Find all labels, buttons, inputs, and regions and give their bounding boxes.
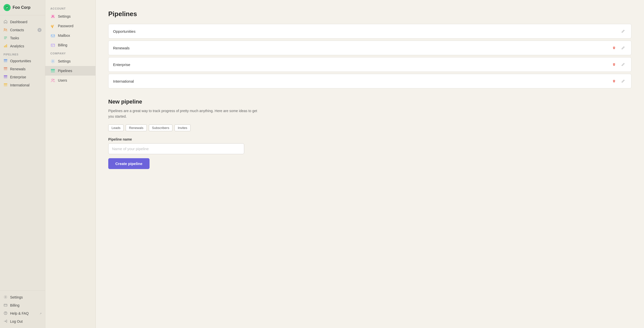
middle-item-pipelines[interactable]: Pipelines	[45, 66, 95, 76]
sidebar-item-settings[interactable]: Settings	[0, 293, 45, 301]
svg-rect-19	[4, 85, 7, 85]
svg-rect-15	[4, 75, 7, 76]
delete-international-button[interactable]	[611, 78, 618, 85]
sidebar-item-opportunities[interactable]: Opportunities	[0, 57, 45, 65]
company-settings-icon	[50, 59, 55, 64]
pipeline-tags-row: Leads Renewals Subscribers Invites	[108, 124, 631, 131]
billing-label: Billing	[10, 303, 19, 307]
svg-rect-6	[4, 46, 5, 47]
logout-icon	[4, 319, 8, 324]
password-icon	[50, 23, 55, 28]
contacts-add-btn[interactable]: +	[38, 28, 42, 32]
international-label: International	[10, 83, 29, 87]
tag-leads[interactable]: Leads	[108, 124, 124, 131]
middle-item-company-settings[interactable]: Settings	[45, 56, 95, 66]
edit-renewals-button[interactable]	[620, 44, 627, 51]
external-link-icon: ↗	[40, 312, 42, 315]
billing-mid-label: Billing	[58, 43, 67, 47]
sidebar-item-tasks[interactable]: Tasks	[0, 34, 45, 42]
svg-rect-8	[6, 44, 7, 47]
users-icon	[50, 78, 55, 83]
pipelines-label: Pipelines	[58, 69, 72, 73]
edit-enterprise-button[interactable]	[620, 61, 627, 68]
international-icon	[4, 83, 8, 87]
svg-rect-18	[4, 83, 7, 84]
svg-rect-12	[4, 67, 7, 68]
middle-item-password[interactable]: Password	[45, 21, 95, 31]
pipeline-name-label: Pipeline name	[108, 137, 631, 141]
svg-rect-9	[4, 59, 7, 60]
sidebar-item-help[interactable]: Help & FAQ ↗	[0, 309, 45, 317]
dashboard-label: Dashboard	[10, 20, 27, 24]
create-pipeline-button[interactable]: Create pipeline	[108, 158, 150, 169]
new-pipeline-description: Pipelines are a great way to track progr…	[108, 108, 259, 119]
pipeline-item-international: International	[108, 74, 631, 88]
settings-bottom-icon	[4, 295, 8, 300]
pipeline-item-actions	[620, 28, 627, 35]
pipeline-list: Opportunities Renewals	[108, 24, 631, 88]
settings-bottom-label: Settings	[10, 295, 23, 299]
pipeline-item-actions	[611, 78, 627, 85]
sidebar-logo[interactable]: Foo Corp	[0, 0, 45, 15]
svg-rect-32	[51, 70, 55, 71]
svg-point-35	[53, 79, 54, 80]
tag-subscribers[interactable]: Subscribers	[149, 124, 173, 131]
svg-rect-33	[51, 72, 55, 73]
svg-rect-5	[4, 39, 6, 39]
enterprise-label: Enterprise	[10, 75, 26, 79]
pipeline-name-input[interactable]	[108, 143, 244, 154]
svg-rect-31	[51, 69, 55, 70]
svg-rect-20	[4, 86, 7, 86]
svg-rect-10	[4, 60, 7, 61]
password-label: Password	[58, 24, 73, 28]
middle-item-mailbox[interactable]: Mailbox	[45, 31, 95, 40]
middle-item-account-settings[interactable]: Settings	[45, 12, 95, 21]
svg-point-34	[52, 79, 53, 80]
help-label: Help & FAQ	[10, 311, 29, 315]
sidebar-bottom: Settings Billing Help & FAQ ↗	[0, 290, 45, 328]
help-icon	[4, 311, 8, 316]
enterprise-icon	[4, 75, 8, 79]
sidebar-item-contacts[interactable]: Contacts +	[0, 26, 45, 34]
svg-point-24	[5, 314, 6, 314]
svg-rect-1	[4, 28, 5, 30]
opportunities-icon	[4, 59, 8, 63]
pipeline-item-name: Opportunities	[113, 29, 135, 34]
svg-point-30	[52, 60, 54, 62]
sidebar-item-analytics[interactable]: Analytics	[0, 42, 45, 50]
sidebar: Foo Corp Dashboard Contacts +	[0, 0, 45, 328]
sidebar-item-enterprise[interactable]: Enterprise	[0, 73, 45, 81]
tag-renewals[interactable]: Renewals	[126, 124, 147, 131]
sidebar-item-logout[interactable]: Log Out	[0, 317, 45, 325]
svg-rect-27	[51, 35, 55, 37]
svg-rect-4	[4, 38, 7, 38]
tag-invites[interactable]: Invites	[174, 124, 191, 131]
contacts-icon	[4, 28, 8, 32]
middle-item-users[interactable]: Users	[45, 76, 95, 85]
tasks-icon	[4, 36, 8, 40]
delete-renewals-button[interactable]	[611, 44, 618, 51]
new-pipeline-section: New pipeline Pipelines are a great way t…	[108, 99, 631, 169]
pipeline-item-actions	[611, 61, 627, 68]
pipeline-item-actions	[611, 44, 627, 51]
sidebar-item-renewals[interactable]: Renewals	[0, 65, 45, 73]
pipeline-item-name: International	[113, 79, 134, 83]
delete-enterprise-button[interactable]	[611, 61, 618, 68]
svg-rect-3	[4, 37, 7, 37]
sidebar-item-international[interactable]: International	[0, 81, 45, 89]
logo-icon	[4, 4, 11, 11]
sidebar-item-billing[interactable]: Billing	[0, 301, 45, 309]
tasks-label: Tasks	[10, 36, 19, 40]
analytics-label: Analytics	[10, 44, 24, 48]
svg-rect-7	[5, 45, 6, 47]
contacts-label: Contacts	[10, 28, 24, 32]
svg-rect-2	[6, 29, 7, 30]
users-label: Users	[58, 78, 67, 82]
sidebar-item-dashboard[interactable]: Dashboard	[0, 18, 45, 26]
pipeline-item-name: Enterprise	[113, 62, 130, 67]
middle-item-billing-mid[interactable]: Billing	[45, 40, 95, 50]
edit-opportunities-button[interactable]	[620, 28, 627, 35]
pipeline-item-renewals: Renewals	[108, 41, 631, 55]
edit-international-button[interactable]	[620, 78, 627, 85]
billing-mid-icon	[50, 43, 55, 48]
